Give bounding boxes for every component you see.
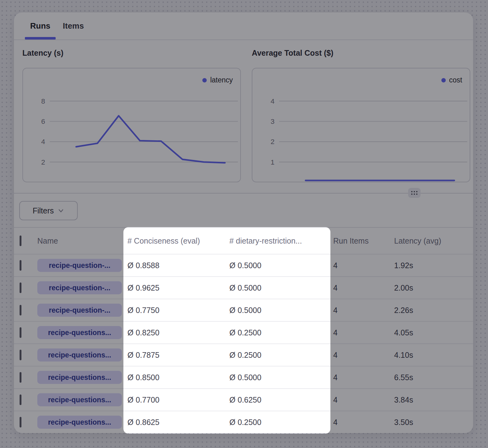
- row-checkbox[interactable]: [20, 372, 21, 383]
- conciseness-avg: Ø 0.8625: [127, 418, 229, 427]
- svg-text:1: 1: [270, 158, 274, 166]
- latency-legend-label: latency: [210, 76, 233, 84]
- tab-divider: [14, 40, 473, 40]
- dietary-avg: Ø 0.5000: [229, 373, 333, 382]
- column-header-run-items[interactable]: Run Items: [333, 236, 394, 245]
- table-row: recipe-questions... Ø 0.8500 Ø 0.5000 4 …: [14, 366, 473, 388]
- svg-text:6: 6: [41, 117, 45, 125]
- runs-table: Name # Conciseness (eval) # dietary-rest…: [14, 227, 473, 433]
- latency-avg: 4.10s: [394, 351, 473, 360]
- row-checkbox[interactable]: [20, 260, 21, 271]
- latency-avg: 2.26s: [394, 306, 473, 315]
- run-name-badge[interactable]: recipe-questions...: [37, 416, 122, 429]
- row-checkbox[interactable]: [20, 327, 21, 338]
- row-checkbox[interactable]: [20, 350, 21, 360]
- conciseness-avg: Ø 0.9625: [127, 283, 229, 292]
- cost-legend: cost: [441, 76, 462, 84]
- latency-avg: 6.55s: [394, 373, 473, 382]
- row-checkbox[interactable]: [20, 305, 21, 315]
- run-name-badge[interactable]: recipe-question-...: [37, 259, 122, 272]
- svg-text:3: 3: [270, 117, 274, 125]
- run-items-count: 4: [333, 395, 394, 404]
- dietary-avg: Ø 0.2500: [229, 328, 333, 337]
- run-items-count: 4: [333, 261, 394, 270]
- svg-text:2: 2: [270, 138, 274, 146]
- tab-runs-label: Runs: [30, 21, 50, 31]
- dietary-avg: Ø 0.5000: [229, 283, 333, 292]
- run-name-badge[interactable]: recipe-question-...: [37, 281, 122, 294]
- legend-dot-icon: [202, 78, 207, 82]
- table-row: recipe-question-... Ø 0.8588 Ø 0.5000 4 …: [14, 254, 473, 276]
- run-items-count: 4: [333, 351, 394, 360]
- conciseness-avg: Ø 0.8250: [127, 328, 229, 337]
- cost-chart-title: Average Total Cost ($): [252, 49, 334, 58]
- column-header-name[interactable]: Name: [37, 236, 127, 245]
- legend-dot-icon: [441, 78, 446, 82]
- cost-legend-label: cost: [449, 76, 462, 84]
- row-checkbox[interactable]: [20, 282, 21, 293]
- latency-avg: 3.84s: [394, 395, 473, 404]
- section-divider: [14, 193, 473, 194]
- latency-avg: 1.92s: [394, 261, 473, 270]
- conciseness-avg: Ø 0.7750: [127, 306, 229, 315]
- tab-runs[interactable]: Runs: [25, 12, 56, 40]
- dietary-avg: Ø 0.5000: [229, 261, 333, 270]
- run-items-count: 4: [333, 373, 394, 382]
- conciseness-avg: Ø 0.8588: [127, 261, 229, 270]
- run-name-badge[interactable]: recipe-questions...: [37, 393, 122, 406]
- table-body: recipe-question-... Ø 0.8588 Ø 0.5000 4 …: [14, 254, 473, 433]
- dietary-avg: Ø 0.5000: [229, 306, 333, 315]
- select-all-checkbox[interactable]: [20, 236, 21, 246]
- run-items-count: 4: [333, 306, 394, 315]
- tab-items[interactable]: Items: [58, 12, 89, 40]
- table-row: recipe-questions... Ø 0.8250 Ø 0.2500 4 …: [14, 321, 473, 343]
- conciseness-avg: Ø 0.7700: [127, 395, 229, 404]
- run-name-badge[interactable]: recipe-question-...: [37, 304, 122, 317]
- latency-legend: latency: [202, 76, 233, 84]
- dietary-avg: Ø 0.6250: [229, 395, 333, 404]
- dietary-avg: Ø 0.2500: [229, 351, 333, 360]
- latency-avg: 4.05s: [394, 328, 473, 337]
- column-header-latency[interactable]: Latency (avg): [394, 236, 473, 245]
- svg-text:8: 8: [41, 97, 45, 105]
- cost-chart: 1234 cost: [252, 68, 470, 182]
- drag-handle-icon: [411, 191, 417, 195]
- table-header-row: Name # Conciseness (eval) # dietary-rest…: [14, 228, 473, 254]
- row-checkbox[interactable]: [20, 394, 21, 405]
- dietary-avg: Ø 0.2500: [229, 418, 333, 427]
- run-items-count: 4: [333, 283, 394, 292]
- table-row: recipe-questions... Ø 0.7700 Ø 0.6250 4 …: [14, 388, 473, 411]
- page-background: Runs Items Latency (s) Average Total Cos…: [0, 0, 488, 448]
- table-row: recipe-questions... Ø 0.8625 Ø 0.2500 4 …: [14, 411, 473, 433]
- table-row: recipe-questions... Ø 0.7875 Ø 0.2500 4 …: [14, 343, 473, 366]
- column-header-dietary-restriction[interactable]: # dietary-restriction...: [229, 236, 333, 245]
- runs-panel: Runs Items Latency (s) Average Total Cos…: [14, 12, 473, 433]
- run-name-badge[interactable]: recipe-questions...: [37, 326, 122, 339]
- filters-button[interactable]: Filters: [19, 201, 78, 220]
- chevron-down-icon: [58, 207, 64, 214]
- latency-avg: 3.50s: [394, 418, 473, 427]
- column-header-conciseness[interactable]: # Conciseness (eval): [127, 236, 229, 245]
- run-name-badge[interactable]: recipe-questions...: [37, 371, 122, 384]
- latency-chart: 2468 latency: [22, 68, 241, 182]
- table-row: recipe-question-... Ø 0.7750 Ø 0.5000 4 …: [14, 299, 473, 321]
- svg-text:4: 4: [270, 97, 274, 105]
- svg-text:2: 2: [41, 158, 45, 166]
- latency-line-plot: 2468: [23, 68, 240, 182]
- row-checkbox[interactable]: [20, 417, 21, 427]
- tab-bar: Runs Items: [25, 12, 89, 40]
- latency-avg: 2.00s: [394, 283, 473, 292]
- cost-line-plot: 1234: [252, 68, 470, 182]
- tab-items-label: Items: [63, 21, 84, 31]
- latency-chart-title: Latency (s): [22, 49, 63, 58]
- conciseness-avg: Ø 0.7875: [127, 351, 229, 360]
- table-row: recipe-question-... Ø 0.9625 Ø 0.5000 4 …: [14, 276, 473, 299]
- conciseness-avg: Ø 0.8500: [127, 373, 229, 382]
- filters-button-label: Filters: [33, 206, 54, 215]
- run-name-badge[interactable]: recipe-questions...: [37, 348, 122, 362]
- run-items-count: 4: [333, 418, 394, 427]
- svg-text:4: 4: [41, 138, 45, 146]
- resize-handle[interactable]: [408, 188, 421, 198]
- run-items-count: 4: [333, 328, 394, 337]
